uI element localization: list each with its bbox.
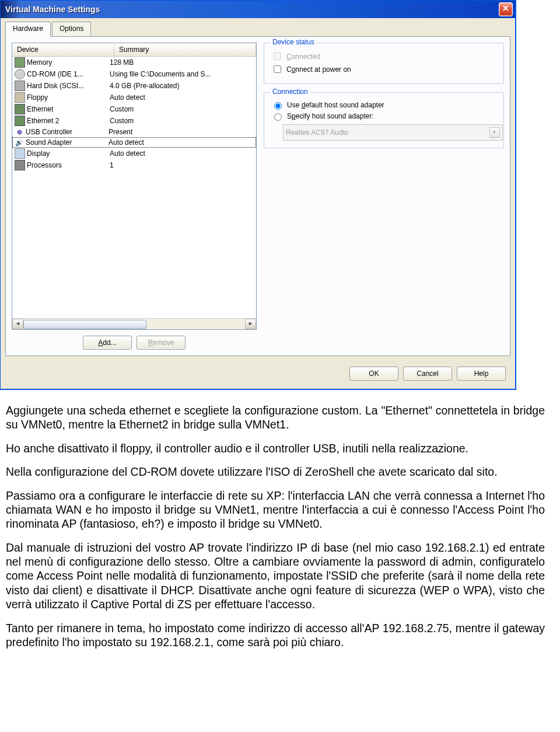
cdrom-icon (15, 69, 25, 79)
paragraph: Aggiungete una scheda ethernet e sceglie… (6, 403, 545, 432)
display-icon (15, 148, 25, 159)
sound-adapter-combo: Realtek AC97 Audio ▾ (283, 124, 503, 141)
tab-options[interactable]: Options (52, 22, 91, 36)
use-default-radio-row[interactable]: Use default host sound adapter (271, 100, 496, 110)
device-row[interactable]: CD-ROM (IDE 1...Using file C:\Documents … (12, 68, 256, 80)
connected-checkbox (274, 53, 281, 60)
add-button[interactable]: Add... (83, 336, 132, 350)
ethernet-icon (15, 104, 25, 114)
device-name: Hard Disk (SCSI... (27, 82, 110, 90)
chevron-down-icon: ▾ (489, 127, 500, 138)
specify-radio-row[interactable]: Specify host sound adapter: (271, 111, 496, 121)
document-body: Aggiungete una scheda ethernet e sceglie… (0, 401, 560, 670)
column-device[interactable]: Device (12, 43, 114, 56)
device-column: Device Summary Memory128 MBCD-ROM (IDE 1… (12, 43, 257, 350)
tab-hardware[interactable]: Hardware (5, 22, 51, 37)
scroll-left-icon[interactable]: ◄ (12, 319, 23, 329)
use-default-radio[interactable] (274, 102, 282, 110)
device-summary: 128 MB (110, 58, 254, 67)
device-name: USB Controller (26, 128, 108, 136)
ok-button[interactable]: OK (349, 367, 398, 381)
close-icon[interactable]: ✕ (499, 2, 513, 16)
specify-label: Specify host sound adapter: (287, 112, 374, 120)
remove-button: Remove (136, 336, 186, 350)
connected-label: Connected (286, 53, 320, 61)
usb-icon: ⊕ (15, 127, 24, 137)
device-row[interactable]: EthernetCustom (12, 103, 256, 115)
device-summary: 1 (110, 161, 254, 169)
device-list[interactable]: Device Summary Memory128 MBCD-ROM (IDE 1… (12, 43, 257, 330)
connected-checkbox-row: Connected (271, 51, 496, 62)
device-summary: Present (108, 128, 254, 136)
tab-strip: Hardware Options (1, 18, 515, 36)
device-summary: Auto detect (110, 93, 254, 102)
dialog-footer: OK Cancel Help (1, 361, 515, 389)
device-list-header: Device Summary (12, 43, 256, 57)
device-name: Sound Adapter (26, 138, 108, 147)
device-status-group: Device status Connected Connect at power… (264, 43, 504, 84)
use-default-label: Use default host sound adapter (287, 101, 384, 109)
connect-poweron-label: Connect at power on (286, 65, 351, 74)
paragraph: Ho anche disattivato il floppy, il contr… (6, 441, 545, 455)
cpu-icon (15, 160, 25, 170)
device-row[interactable]: Hard Disk (SCSI...4.0 GB (Pre-allocated) (12, 80, 256, 92)
floppy-icon (15, 92, 25, 103)
device-row[interactable]: 🔊Sound AdapterAuto detect (12, 137, 256, 148)
device-name: CD-ROM (IDE 1... (27, 70, 110, 78)
device-summary: Custom (110, 117, 254, 125)
connection-group: Connection Use default host sound adapte… (264, 92, 504, 148)
vm-settings-dialog: Virtual Machine Settings ✕ Hardware Opti… (0, 0, 516, 389)
device-buttons: Add... Remove (12, 336, 257, 350)
paragraph: Tanto per rimanere in tema, ho impostato… (6, 621, 545, 650)
device-name: Floppy (27, 93, 110, 102)
device-summary: Custom (110, 105, 254, 113)
hardware-panel: Device Summary Memory128 MBCD-ROM (IDE 1… (5, 36, 510, 356)
device-name: Ethernet (27, 105, 110, 113)
device-row[interactable]: Memory128 MB (12, 57, 256, 68)
connect-poweron-row[interactable]: Connect at power on (271, 64, 496, 75)
device-row[interactable]: Ethernet 2Custom (12, 115, 256, 127)
specify-radio[interactable] (274, 113, 282, 121)
device-summary: Auto detect (110, 149, 254, 158)
device-rows: Memory128 MBCD-ROM (IDE 1...Using file C… (12, 57, 256, 318)
paragraph: Dal manuale di istruzioni del vostro AP … (6, 541, 545, 612)
scroll-track[interactable] (23, 319, 245, 329)
device-name: Ethernet 2 (27, 117, 110, 125)
titlebar[interactable]: Virtual Machine Settings ✕ (1, 1, 515, 18)
device-name: Display (27, 149, 110, 158)
device-row[interactable]: FloppyAuto detect (12, 92, 256, 103)
connection-legend: Connection (270, 88, 310, 96)
combo-value: Realtek AC97 Audio (286, 128, 348, 137)
device-status-legend: Device status (270, 38, 317, 46)
scroll-right-icon[interactable]: ► (245, 319, 256, 329)
device-row[interactable]: DisplayAuto detect (12, 148, 256, 159)
scroll-thumb[interactable] (23, 320, 146, 329)
ethernet-icon (15, 116, 25, 126)
device-name: Processors (27, 161, 110, 169)
column-summary[interactable]: Summary (114, 43, 256, 56)
device-row[interactable]: Processors1 (12, 159, 256, 171)
device-summary: Using file C:\Documents and S... (110, 70, 254, 78)
detail-column: Device status Connected Connect at power… (264, 43, 504, 350)
connect-poweron-checkbox[interactable] (274, 65, 281, 73)
device-summary: 4.0 GB (Pre-allocated) (110, 82, 254, 90)
horizontal-scrollbar[interactable]: ◄ ► (12, 318, 256, 329)
device-summary: Auto detect (108, 138, 254, 147)
help-button[interactable]: Help (457, 367, 506, 381)
dialog-title: Virtual Machine Settings (5, 5, 100, 14)
memory-icon (15, 57, 25, 68)
device-name: Memory (27, 58, 110, 67)
sound-icon: 🔊 (15, 138, 24, 147)
cancel-button[interactable]: Cancel (403, 367, 452, 381)
device-row[interactable]: ⊕USB ControllerPresent (12, 127, 256, 137)
harddisk-icon (15, 81, 25, 91)
paragraph: Nella configurazione del CD-ROM dovete u… (6, 465, 545, 479)
paragraph: Passiamo ora a configurare le interfacci… (6, 489, 545, 531)
